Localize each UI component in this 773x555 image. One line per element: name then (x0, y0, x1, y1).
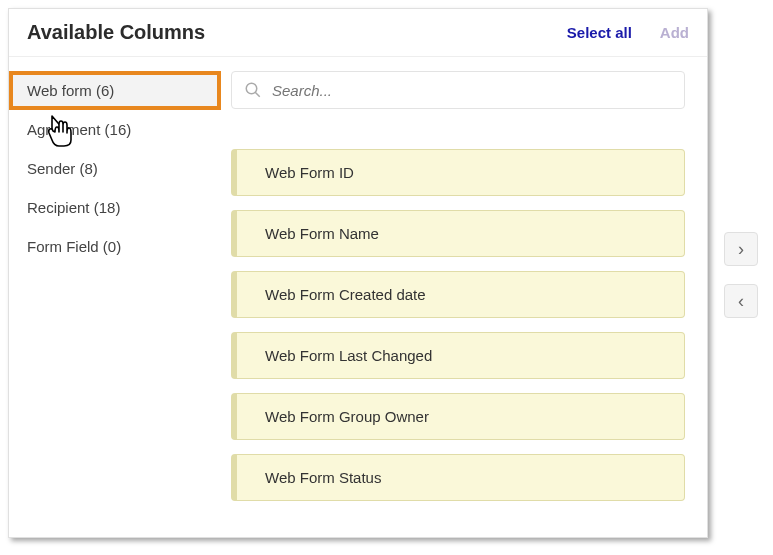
category-label: Agreement (16) (27, 121, 131, 138)
category-label: Web form (6) (27, 82, 114, 99)
svg-point-0 (246, 83, 257, 94)
search-input[interactable] (272, 82, 672, 99)
header-actions: Select all Add (567, 24, 689, 41)
category-agreement[interactable]: Agreement (16) (9, 110, 221, 149)
category-label: Form Field (0) (27, 238, 121, 255)
column-label: Web Form Created date (265, 286, 426, 303)
select-all-button[interactable]: Select all (567, 24, 632, 41)
add-button[interactable]: Add (660, 24, 689, 41)
search-box[interactable] (231, 71, 685, 109)
column-item[interactable]: Web Form Status (231, 454, 685, 501)
chevron-right-icon: › (738, 239, 744, 260)
available-columns-panel: Available Columns Select all Add Web for… (8, 8, 708, 538)
panel-title: Available Columns (27, 21, 567, 44)
column-item[interactable]: Web Form Name (231, 210, 685, 257)
column-item[interactable]: Web Form Group Owner (231, 393, 685, 440)
category-sender[interactable]: Sender (8) (9, 149, 221, 188)
column-label: Web Form Group Owner (265, 408, 429, 425)
column-item[interactable]: Web Form Created date (231, 271, 685, 318)
svg-line-1 (255, 92, 260, 97)
category-recipient[interactable]: Recipient (18) (9, 188, 221, 227)
main-area: Web Form ID Web Form Name Web Form Creat… (221, 57, 707, 537)
category-sidebar: Web form (6) Agreement (16) Sender (8) R… (9, 57, 221, 537)
column-item[interactable]: Web Form ID (231, 149, 685, 196)
column-label: Web Form Last Changed (265, 347, 432, 364)
column-label: Web Form Status (265, 469, 381, 486)
category-form-field[interactable]: Form Field (0) (9, 227, 221, 266)
chevron-left-icon: ‹ (738, 291, 744, 312)
move-left-button[interactable]: ‹ (724, 284, 758, 318)
column-item[interactable]: Web Form Last Changed (231, 332, 685, 379)
category-label: Sender (8) (27, 160, 98, 177)
column-label: Web Form ID (265, 164, 354, 181)
column-list: Web Form ID Web Form Name Web Form Creat… (231, 149, 685, 501)
column-label: Web Form Name (265, 225, 379, 242)
search-icon (244, 81, 262, 99)
category-web-form[interactable]: Web form (6) (9, 71, 221, 110)
panel-body: Web form (6) Agreement (16) Sender (8) R… (9, 57, 707, 537)
panel-header: Available Columns Select all Add (9, 9, 707, 57)
category-label: Recipient (18) (27, 199, 120, 216)
move-right-button[interactable]: › (724, 232, 758, 266)
